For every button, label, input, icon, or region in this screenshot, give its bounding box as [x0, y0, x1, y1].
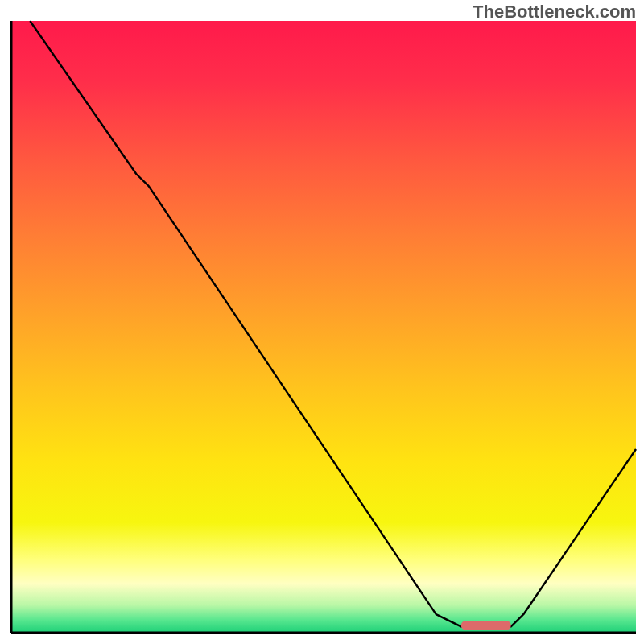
bottleneck-chart: TheBottleneck.com — [0, 0, 644, 644]
gradient-background — [11, 21, 636, 633]
chart-svg — [0, 0, 644, 644]
optimal-range-marker — [461, 621, 511, 630]
plot-area — [11, 21, 636, 633]
watermark-text: TheBottleneck.com — [473, 2, 636, 23]
